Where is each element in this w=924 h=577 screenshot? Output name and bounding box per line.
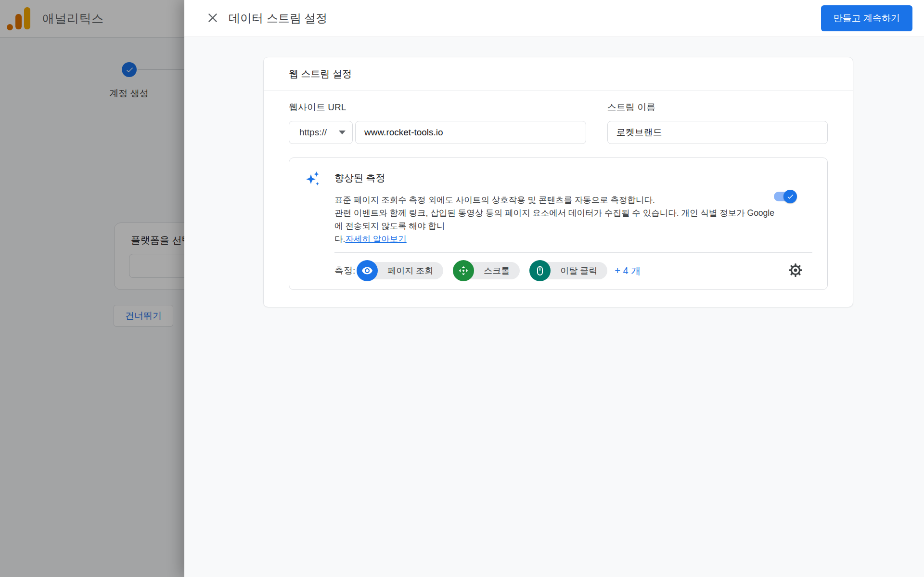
close-button[interactable]	[205, 11, 220, 26]
measurement-chips: 페이지 조회	[357, 260, 607, 281]
web-stream-card: 웹 스트림 설정 웹사이트 URL https:// 스트림 이름	[263, 57, 853, 307]
measurement-row: 측정: 페이지 조회	[289, 253, 827, 289]
chip-page-views[interactable]: 페이지 조회	[357, 260, 443, 281]
protocol-select[interactable]: https://	[289, 121, 353, 144]
data-stream-modal: 데이터 스트림 설정 만들고 계속하기 웹 스트림 설정 웹사이트 URL ht…	[184, 0, 924, 577]
modal-title: 데이터 스트림 설정	[229, 11, 327, 26]
measurement-settings-button[interactable]	[786, 262, 805, 280]
chip-outbound-clicks[interactable]: 이탈 클릭	[529, 260, 607, 281]
gear-icon	[787, 262, 804, 280]
enhanced-measurement-description: 표준 페이지 조회수 측정 외에도 사이트의 상호작용 및 콘텐츠를 자동으로 …	[334, 194, 782, 246]
chevron-down-icon	[339, 131, 346, 134]
chip-label: 페이지 조회	[367, 262, 443, 279]
close-icon	[206, 12, 219, 26]
website-url-label: 웹사이트 URL	[289, 101, 586, 114]
screen: 애널리틱스 계정 생성 플랫폼을 선택하 건너뛰기 데이터 스트림 설정 만들고…	[0, 0, 924, 577]
learn-more-link[interactable]: 자세히 알아보기	[345, 234, 406, 244]
protocol-selected-value: https://	[299, 127, 327, 138]
enhanced-measurement-toggle[interactable]	[774, 190, 797, 203]
card-header-title: 웹 스트림 설정	[264, 57, 853, 91]
create-and-continue-button[interactable]: 만들고 계속하기	[821, 5, 912, 31]
website-url-field: 웹사이트 URL https://	[289, 101, 586, 144]
toggle-check-icon	[783, 190, 797, 203]
website-url-input[interactable]	[355, 121, 586, 144]
enhanced-measurement-box: 향상된 측정 표준 페이지 조회수 측정 외에도 사이트의 상호작용 및 콘텐츠…	[289, 157, 828, 290]
stream-name-input[interactable]	[607, 121, 828, 144]
measure-label: 측정:	[334, 264, 355, 277]
sparkle-icon	[306, 170, 320, 187]
chip-scrolls[interactable]: 스크롤	[453, 260, 520, 281]
mouse-icon	[529, 260, 551, 281]
stream-name-field: 스트림 이름	[607, 101, 828, 144]
enhanced-measurement-title: 향상된 측정	[334, 171, 813, 184]
stream-fields-row: 웹사이트 URL https:// 스트림 이름	[264, 91, 853, 144]
scroll-icon	[453, 260, 474, 281]
modal-header: 데이터 스트림 설정 만들고 계속하기	[184, 0, 924, 37]
more-measurements-link[interactable]: + 4 개	[615, 264, 641, 277]
stream-name-label: 스트림 이름	[607, 101, 828, 114]
eye-icon	[357, 260, 378, 281]
